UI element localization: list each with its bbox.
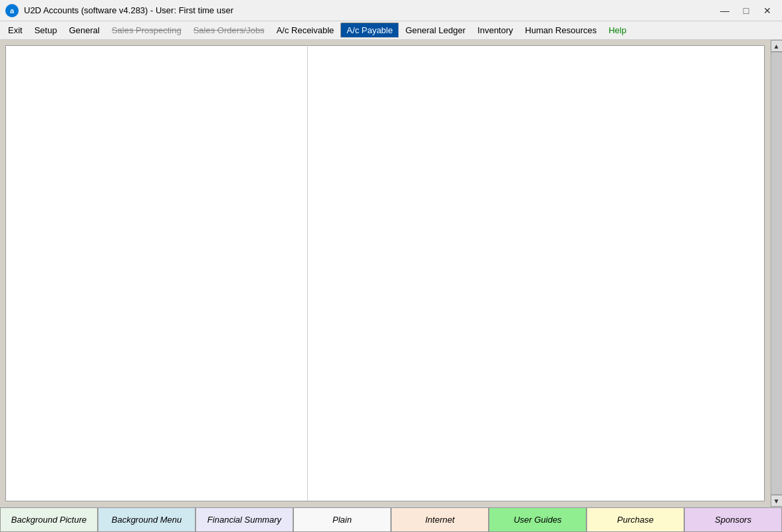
tab-background-menu[interactable]: Background Menu bbox=[98, 507, 196, 532]
menu-general[interactable]: General bbox=[64, 23, 105, 37]
tab-background-picture[interactable]: Background Picture bbox=[0, 507, 98, 532]
menu-sales-prospecting[interactable]: Sales Prospecting bbox=[106, 23, 187, 37]
bottom-tabs: Background Picture Background Menu Finan… bbox=[0, 507, 782, 532]
right-panel bbox=[307, 45, 765, 501]
minimize-button[interactable]: — bbox=[716, 3, 734, 18]
tab-sponsors[interactable]: Sponsors bbox=[684, 507, 782, 532]
scroll-down-arrow[interactable]: ▼ bbox=[771, 495, 783, 507]
app-icon: a bbox=[5, 4, 19, 17]
menu-sales-orders-jobs[interactable]: Sales Orders/Jobs bbox=[188, 23, 270, 37]
main-area: ▲ ▼ bbox=[0, 40, 782, 507]
menu-human-resources[interactable]: Human Resources bbox=[520, 23, 602, 37]
tab-internet[interactable]: Internet bbox=[391, 507, 489, 532]
titlebar-title: U2D Accounts (software v4.283) - User: F… bbox=[24, 5, 233, 15]
titlebar: a U2D Accounts (software v4.283) - User:… bbox=[0, 0, 782, 21]
tab-user-guides[interactable]: User Guides bbox=[489, 507, 586, 532]
tab-financial-summary[interactable]: Financial Summary bbox=[196, 507, 293, 532]
tab-plain[interactable]: Plain bbox=[293, 507, 391, 532]
titlebar-controls: — □ ✕ bbox=[716, 3, 777, 18]
menu-ac-receivable[interactable]: A/c Receivable bbox=[271, 23, 340, 37]
maximize-button[interactable]: □ bbox=[737, 3, 755, 18]
scroll-up-arrow[interactable]: ▲ bbox=[771, 40, 783, 52]
menu-help[interactable]: Help bbox=[603, 23, 632, 37]
menu-ac-payable[interactable]: A/c Payable bbox=[340, 23, 398, 38]
scroll-track[interactable] bbox=[771, 52, 783, 495]
menu-general-ledger[interactable]: General Ledger bbox=[400, 23, 471, 37]
menubar: Exit Setup General Sales Prospecting Sal… bbox=[0, 21, 782, 40]
panels-container bbox=[0, 40, 770, 507]
right-scrollbar: ▲ ▼ bbox=[770, 40, 782, 507]
close-button[interactable]: ✕ bbox=[758, 3, 777, 18]
menu-exit[interactable]: Exit bbox=[3, 23, 28, 37]
titlebar-left: a U2D Accounts (software v4.283) - User:… bbox=[5, 4, 233, 17]
menu-inventory[interactable]: Inventory bbox=[472, 23, 518, 37]
menu-setup[interactable]: Setup bbox=[29, 23, 63, 37]
left-panel bbox=[5, 45, 308, 501]
tab-purchase[interactable]: Purchase bbox=[586, 507, 684, 532]
